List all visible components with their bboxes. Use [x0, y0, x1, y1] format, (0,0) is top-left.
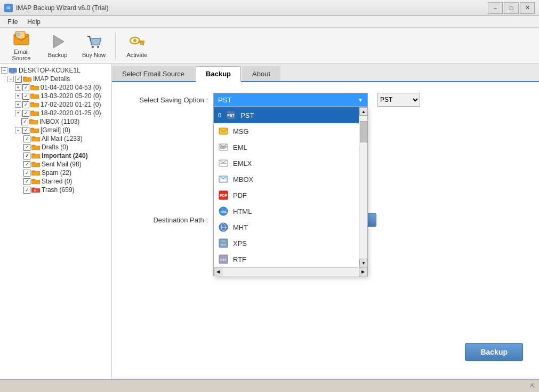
tree-item-spam[interactable]: ✓ Spam (22): [0, 169, 111, 177]
tree-checkbox-drafts[interactable]: ✓: [23, 144, 30, 151]
tree-item-important[interactable]: ✓ Important (240): [0, 151, 111, 160]
tree-checkbox-starred[interactable]: ✓: [23, 178, 30, 185]
app-icon: ✉: [4, 4, 13, 12]
menu-help[interactable]: Help: [23, 17, 45, 27]
horiz-scroll-right[interactable]: ▶: [359, 268, 367, 276]
folder-icon-gmail: [30, 127, 39, 133]
activate-icon: [128, 33, 146, 50]
dd-item-xps[interactable]: </> XPS XPS: [214, 235, 359, 251]
saving-option-row: Select Saving Option : PST ▼ 0: [128, 93, 523, 107]
tree-checkbox-spam[interactable]: ✓: [23, 170, 30, 177]
tree-checkbox-allmail[interactable]: ✓: [23, 135, 30, 142]
horiz-scrollbar: ◀ ▶: [214, 267, 367, 276]
tab-about[interactable]: About: [242, 66, 280, 81]
tree-expand-f4[interactable]: +: [15, 110, 21, 116]
tree-label-starred: Starred (0): [42, 178, 72, 185]
dd-item-pdf[interactable]: PDF PDF: [214, 187, 359, 203]
dropdown-display[interactable]: PST ▼: [213, 93, 368, 107]
tree-expand-imap[interactable]: −: [7, 76, 14, 82]
close-button[interactable]: ✕: [520, 2, 535, 14]
tree-checkbox-important[interactable]: ✓: [23, 153, 30, 159]
dd-item-rtf[interactable]: RTF RTF: [214, 251, 359, 267]
dd-label-eml: EML: [233, 143, 247, 151]
tree-item-trash[interactable]: ✓ Trash (659): [0, 186, 111, 194]
menu-file[interactable]: File: [3, 17, 22, 27]
horiz-scroll-track: [222, 268, 359, 276]
email-source-icon: [13, 30, 30, 47]
dd-item-mbox[interactable]: MBOX: [214, 171, 359, 187]
eml-icon: [218, 142, 229, 153]
tree-checkbox-gmail[interactable]: ✓: [22, 127, 29, 134]
tree-item-f4[interactable]: + ✓ 18-02-2020 01-25 (0): [0, 109, 111, 117]
scroll-down-btn[interactable]: ▼: [359, 259, 367, 267]
toolbar-backup[interactable]: Backup: [41, 30, 75, 61]
svg-point-7: [133, 39, 136, 42]
tree-label-allmail: All Mail (1233): [42, 135, 83, 142]
pdf-icon: PDF: [218, 190, 229, 201]
menu-bar: File Help: [0, 16, 539, 28]
tree-item-f3[interactable]: + ✓ 17-02-2020 01-21 (0): [0, 100, 111, 109]
svg-rect-11: [9, 68, 17, 73]
tree-expand-f3[interactable]: +: [15, 101, 21, 108]
dd-item-emlx[interactable]: EMLX: [214, 155, 359, 171]
tree-checkbox-imap[interactable]: ✓: [15, 76, 22, 83]
format-sub-dropdown[interactable]: PST: [377, 93, 420, 107]
dd-item-mht[interactable]: MHT: [214, 219, 359, 235]
tree-expand-root[interactable]: −: [1, 67, 7, 74]
folder-icon-f3: [30, 101, 39, 108]
tree-item-gmail[interactable]: − ✓ [Gmail] (0): [0, 126, 111, 134]
tree-item-root[interactable]: − DESKTOP-KCUKE1L: [0, 66, 111, 75]
dd-item-msg[interactable]: MSG: [214, 123, 359, 139]
saving-option-dropdown-wrapper: PST ▼ 0: [213, 93, 368, 107]
tree-label-f2: 13-03-2020 05-20 (0): [41, 92, 101, 100]
tree-checkbox-f4[interactable]: ✓: [22, 110, 29, 117]
app-title: IMAP Backup Wizard v6.0 (Trial): [16, 4, 108, 12]
minimize-button[interactable]: −: [488, 2, 503, 14]
tab-select-email-source[interactable]: Select Email Source: [112, 66, 195, 81]
folder-icon-important: [31, 153, 40, 159]
tree-label-drafts: Drafts (0): [42, 143, 68, 151]
toolbar-buy-now[interactable]: Buy Now: [77, 30, 111, 61]
maximize-button[interactable]: □: [504, 2, 519, 14]
tree-expand-gmail[interactable]: −: [15, 127, 21, 133]
scroll-up-btn[interactable]: ▲: [359, 107, 367, 116]
tree-item-f1[interactable]: + ✓ 01-04-2020 04-53 (0): [0, 83, 111, 92]
tree-label-imap: IMAP Details: [33, 75, 70, 83]
tree-item-inbox[interactable]: ✓ INBOX (1103): [0, 117, 111, 126]
folder-icon-f1: [30, 84, 39, 91]
horiz-scroll-left[interactable]: ◀: [214, 268, 222, 276]
svg-point-5: [97, 46, 99, 48]
tree-expand-f1[interactable]: +: [15, 84, 21, 91]
tree-item-drafts[interactable]: ✓ Drafts (0): [0, 143, 111, 151]
toolbar-email-source[interactable]: Email Source: [4, 30, 38, 61]
dd-item-html[interactable]: HTML HTML: [214, 203, 359, 219]
mht-icon: [218, 222, 229, 233]
resize-icon: ⇱: [530, 383, 535, 389]
scroll-thumb[interactable]: [360, 121, 367, 142]
tree-item-sentmail[interactable]: ✓ Sent Mail (98): [0, 160, 111, 169]
tree-checkbox-inbox[interactable]: ✓: [21, 118, 28, 125]
svg-text:</>: </>: [221, 239, 225, 243]
dd-item-eml[interactable]: EML: [214, 139, 359, 155]
dd-label-pdf: PDF: [233, 191, 247, 199]
tree-checkbox-trash[interactable]: ✓: [23, 187, 30, 194]
svg-marker-3: [53, 35, 64, 48]
toolbar-activate[interactable]: Activate: [120, 30, 154, 61]
dd-item-pst[interactable]: 0 PST PST: [214, 107, 359, 123]
svg-point-4: [92, 46, 94, 48]
tree-checkbox-f1[interactable]: ✓: [22, 84, 29, 91]
tree-item-f2[interactable]: + ✓ 13-03-2020 05-20 (0): [0, 92, 111, 100]
backup-action-button[interactable]: Backup: [465, 343, 523, 361]
tree-checkbox-f2[interactable]: ✓: [22, 93, 29, 100]
tree-item-imap[interactable]: − ✓ IMAP Details: [0, 75, 111, 83]
tab-backup[interactable]: Backup: [196, 66, 241, 82]
svg-rect-13: [10, 73, 15, 74]
tree-expand-f2[interactable]: +: [15, 93, 21, 99]
tree-checkbox-f3[interactable]: ✓: [22, 101, 29, 108]
tree-checkbox-sentmail[interactable]: ✓: [23, 161, 30, 168]
svg-rect-9: [142, 43, 144, 45]
tree-item-allmail[interactable]: ✓ All Mail (1233): [0, 134, 111, 143]
tree-item-starred[interactable]: ✓ Starred (0): [0, 177, 111, 186]
pst-index: 0: [218, 112, 221, 118]
title-bar-controls: − □ ✕: [488, 2, 535, 14]
